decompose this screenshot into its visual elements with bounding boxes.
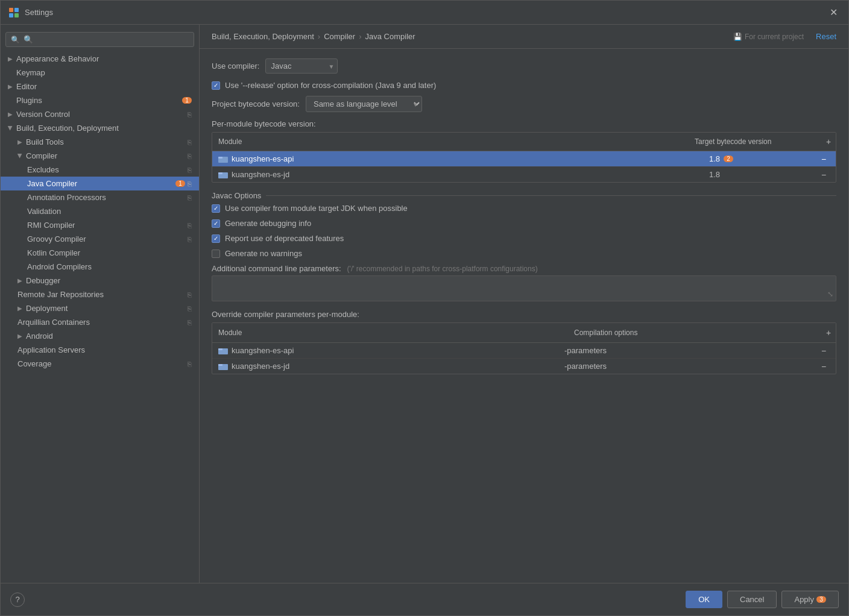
sidebar-item-arquillian[interactable]: Arquillian Containers ⎘ [1, 315, 199, 329]
bytecode-select[interactable]: Same as language level [306, 96, 422, 112]
expand-textarea-icon[interactable]: ⤡ [827, 290, 833, 298]
breadcrumb-java-compiler: Java Compiler [365, 32, 415, 41]
override-row-0[interactable]: kuangshen-es-api -parameters − [212, 343, 836, 359]
check-0: ✓ [213, 205, 218, 212]
svg-rect-1 [14, 8, 19, 12]
breadcrumb-sep-1: › [318, 32, 320, 41]
javac-opt-3-checkbox[interactable] [212, 250, 220, 258]
svg-rect-7 [218, 172, 223, 174]
breadcrumb-sep-2: › [359, 32, 361, 41]
project-bytecode-row: Project bytecode version: Same as langua… [212, 96, 836, 112]
minus-override-1: − [821, 362, 826, 371]
expand-arrow-vc: ▶ [8, 111, 13, 118]
sidebar-item-debugger[interactable]: ▶ Debugger [1, 274, 199, 288]
additional-params-input[interactable] [212, 276, 836, 299]
sidebar-item-app-servers[interactable]: Application Servers [1, 343, 199, 357]
compiler-select[interactable]: Javac [265, 58, 338, 74]
sidebar-label-keymap: Keymap [16, 68, 192, 77]
sidebar-item-appearance[interactable]: ▶ Appearance & Behavior [1, 52, 199, 66]
breadcrumb-right: 💾 For current project Reset [733, 32, 836, 41]
module-version-0: 1.8 2 [703, 151, 812, 166]
ok-button[interactable]: OK [686, 591, 722, 608]
search-input[interactable] [24, 35, 189, 44]
sidebar-label-build-exec: Build, Execution, Deployment [16, 124, 192, 133]
copy-icon-deployment: ⎘ [188, 305, 192, 312]
reset-link[interactable]: Reset [816, 32, 836, 41]
javac-opt-3-row: Generate no warnings [212, 249, 836, 258]
sidebar-label-appearance: Appearance & Behavior [16, 54, 192, 63]
add-override-btn[interactable]: + [821, 325, 836, 340]
module-name-0: kuangshen-es-api [212, 151, 703, 166]
sidebar-item-build-tools[interactable]: ▶ Build Tools ⎘ [1, 135, 199, 149]
remove-module-1[interactable]: − [812, 170, 836, 180]
expand-arrow-build: ▶ [7, 126, 14, 131]
check-1: ✓ [213, 220, 218, 227]
main-content-area: 🔍 ▶ Appearance & Behavior Keymap ▶ Edito… [1, 25, 848, 583]
plus-icon: + [826, 137, 831, 146]
apply-button[interactable]: Apply 3 [781, 591, 839, 608]
sidebar-item-groovy-compiler[interactable]: Groovy Compiler ⎘ [1, 232, 199, 246]
footer: ? OK Cancel Apply 3 [1, 583, 848, 615]
for-current-project: 💾 For current project [733, 33, 804, 41]
override-module-0: kuangshen-es-api [212, 343, 558, 358]
expand-arrow-appearance: ▶ [8, 55, 13, 62]
sidebar-label-remote-jar: Remote Jar Repositories [17, 290, 185, 299]
release-option-checkbox[interactable]: ✓ [212, 81, 220, 90]
apply-badge: 3 [816, 596, 826, 603]
plugins-badge: 1 [182, 97, 192, 104]
javac-options-label: Javac Options [212, 191, 836, 200]
javac-opt-3-label: Generate no warnings [225, 249, 302, 258]
sidebar-item-editor[interactable]: ▶ Editor [1, 80, 199, 93]
javac-opt-1-checkbox[interactable]: ✓ [212, 219, 220, 228]
settings-content: Use compiler: Javac ▼ ✓ Use '--release' … [200, 49, 848, 384]
sidebar-item-java-compiler[interactable]: Java Compiler 1 ⎘ [1, 177, 199, 190]
remove-override-0[interactable]: − [812, 344, 836, 358]
cancel-button[interactable]: Cancel [727, 591, 777, 608]
sidebar-item-android-compilers[interactable]: Android Compilers [1, 260, 199, 274]
javac-opt-2-checkbox[interactable]: ✓ [212, 234, 220, 243]
sidebar-item-validation[interactable]: Validation [1, 204, 199, 218]
minus-icon-0: − [821, 154, 826, 164]
close-button[interactable]: ✕ [826, 5, 841, 19]
sidebar-item-android[interactable]: ▶ Android [1, 329, 199, 343]
help-button[interactable]: ? [10, 592, 25, 607]
javac-opt-0-label: Use compiler from module target JDK when… [225, 204, 408, 213]
sidebar-item-coverage[interactable]: Coverage ⎘ [1, 357, 199, 371]
javac-opt-1-label: Generate debugging info [225, 219, 311, 228]
sidebar-item-rmi-compiler[interactable]: RMI Compiler ⎘ [1, 218, 199, 232]
sidebar-item-remote-jar[interactable]: Remote Jar Repositories ⎘ [1, 288, 199, 301]
sidebar-item-keymap[interactable]: Keymap [1, 66, 199, 80]
svg-rect-3 [14, 13, 19, 17]
breadcrumb-build-exec: Build, Execution, Deployment [212, 32, 314, 41]
override-row-1[interactable]: kuangshen-es-jd -parameters − [212, 359, 836, 374]
sidebar-item-deployment[interactable]: ▶ Deployment ⎘ [1, 301, 199, 315]
sidebar-item-plugins[interactable]: Plugins 1 [1, 93, 199, 107]
sidebar-item-excludes[interactable]: Excludes ⎘ [1, 163, 199, 177]
javac-opt-0-checkbox[interactable]: ✓ [212, 204, 220, 213]
sidebar-label-groovy-compiler: Groovy Compiler [27, 234, 185, 244]
expand-arrow-android: ▶ [17, 333, 22, 339]
sidebar-label-annotation-processors: Annotation Processors [27, 193, 185, 202]
sidebar-item-version-control[interactable]: ▶ Version Control ⎘ [1, 107, 199, 121]
module-row-1[interactable]: kuangshen-es-jd 1.8 − [212, 167, 836, 182]
sidebar-item-compiler[interactable]: ▶ Compiler ⎘ [1, 149, 199, 163]
module-table-header: Module Target bytecode version + [212, 133, 836, 151]
sidebar-item-kotlin-compiler[interactable]: Kotlin Compiler [1, 246, 199, 260]
sidebar-item-build-exec[interactable]: ▶ Build, Execution, Deployment [1, 121, 199, 135]
footer-help: ? [10, 592, 25, 607]
sidebar-label-java-compiler: Java Compiler [27, 179, 173, 188]
search-box[interactable]: 🔍 [5, 32, 194, 47]
minus-override-0: − [821, 346, 826, 356]
settings-dialog: Settings ✕ 🔍 ▶ Appearance & Behavior Key… [0, 0, 849, 616]
remove-override-1[interactable]: − [812, 359, 836, 374]
copy-icon-java-compiler: ⎘ [188, 180, 192, 187]
sidebar-item-annotation-processors[interactable]: Annotation Processors ⎘ [1, 190, 199, 204]
sidebar-label-compiler: Compiler [26, 151, 185, 160]
breadcrumb-compiler: Compiler [324, 32, 355, 41]
add-module-btn[interactable]: + [821, 135, 836, 148]
sidebar-label-android-compilers: Android Compilers [27, 262, 192, 271]
remove-module-0[interactable]: − [812, 154, 836, 164]
expand-arrow-buildtools: ▶ [17, 139, 22, 145]
module-row-0[interactable]: kuangshen-es-api 1.8 2 − [212, 151, 836, 167]
per-module-label: Per-module bytecode version: [212, 119, 836, 128]
